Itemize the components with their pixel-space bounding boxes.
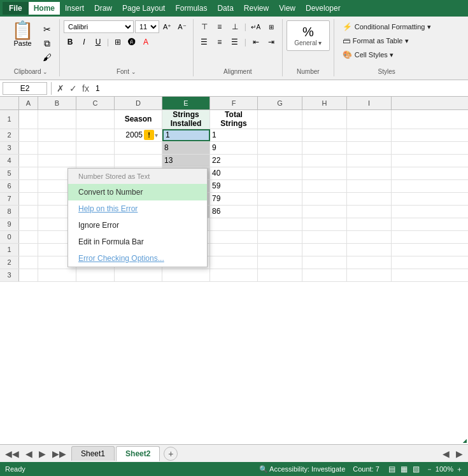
indent-decrease-btn[interactable]: ⇤ — [249, 36, 263, 48]
cell-f13[interactable] — [210, 269, 258, 281]
align-bottom-btn[interactable]: ⊥ — [228, 20, 242, 33]
row-header-11[interactable]: 1 — [0, 244, 19, 256]
row-header-4[interactable]: 4 — [0, 155, 19, 167]
merge-btn[interactable]: ⊞ — [264, 20, 278, 33]
cell-h7[interactable] — [302, 193, 347, 205]
number-format-box[interactable]: % General ▾ — [287, 20, 330, 51]
cell-e2[interactable]: 1 — [162, 129, 210, 141]
cell-b13[interactable] — [38, 269, 76, 281]
cell-h5[interactable] — [302, 167, 347, 179]
bold-button[interactable]: B — [64, 36, 76, 48]
row-header-7[interactable]: 7 — [0, 193, 19, 205]
cell-a4[interactable] — [19, 155, 38, 167]
cell-h2[interactable] — [302, 129, 347, 141]
border-button[interactable]: ⊞ — [111, 36, 124, 48]
menu-home[interactable]: Home — [29, 2, 60, 15]
row-header-13[interactable]: 3 — [0, 269, 19, 281]
cell-f5[interactable]: 40 — [210, 167, 258, 179]
row-header-8[interactable]: 8 — [0, 206, 19, 218]
col-header-i[interactable]: I — [347, 97, 392, 109]
cell-h9[interactable] — [302, 218, 347, 230]
menu-draw[interactable]: Draw — [89, 2, 117, 15]
cell-styles-button[interactable]: 🎨 Cell Styles ▾ — [338, 48, 436, 61]
underline-button[interactable]: U — [92, 36, 104, 48]
cell-d13[interactable] — [115, 269, 162, 281]
context-menu-options[interactable]: Error Checking Options... — [68, 250, 207, 267]
cell-d3[interactable] — [115, 142, 162, 154]
cell-h13[interactable] — [302, 269, 347, 281]
dropdown-arrow[interactable]: ▾ — [155, 132, 158, 139]
fill-color-button[interactable]: 🅐 — [125, 36, 138, 48]
cell-g1[interactable] — [258, 110, 302, 129]
align-center-btn[interactable]: ≡ — [213, 36, 227, 48]
cell-a7[interactable] — [19, 193, 38, 205]
decrease-font-btn[interactable]: A⁻ — [175, 20, 188, 33]
nav-prev-sheet[interactable]: ◀ — [23, 449, 35, 459]
cell-e3[interactable]: 8 — [162, 142, 210, 154]
indent-increase-btn[interactable]: ⇥ — [264, 36, 278, 48]
cell-b1[interactable] — [38, 110, 76, 129]
format-as-table-button[interactable]: 🗃 Format as Table ▾ — [338, 34, 436, 47]
cell-f6[interactable]: 59 — [210, 180, 258, 192]
cell-i8[interactable] — [347, 206, 392, 218]
col-header-b[interactable]: B — [38, 97, 76, 109]
cell-d4[interactable] — [115, 155, 162, 167]
cell-g5[interactable] — [258, 167, 302, 179]
cell-d2[interactable]: 2005 ! ▾ — [115, 129, 162, 141]
cell-i5[interactable] — [347, 167, 392, 179]
context-menu-edit[interactable]: Edit in Formula Bar — [68, 234, 207, 250]
cell-d1[interactable]: Season — [115, 110, 162, 129]
cell-h8[interactable] — [302, 206, 347, 218]
menu-page-layout[interactable]: Page Layout — [117, 2, 170, 15]
scroll-left-btn[interactable]: ◀ — [440, 449, 452, 459]
cell-g6[interactable] — [258, 180, 302, 192]
cell-f1[interactable]: Total Strings — [210, 110, 258, 129]
row-header-1[interactable]: 1 — [0, 110, 19, 129]
zoom-out-btn[interactable]: － — [426, 465, 433, 474]
font-family-select[interactable]: Calibri — [64, 20, 134, 33]
font-size-select[interactable]: 11 — [135, 20, 159, 33]
cell-g13[interactable] — [258, 269, 302, 281]
col-header-f[interactable]: F — [210, 97, 258, 109]
sheet-tab-1[interactable]: Sheet1 — [71, 446, 115, 461]
normal-view-btn[interactable]: ▤ — [387, 465, 397, 473]
cell-i11[interactable] — [347, 244, 392, 256]
cell-i13[interactable] — [347, 269, 392, 281]
context-menu-ignore[interactable]: Ignore Error — [68, 217, 207, 234]
menu-view[interactable]: View — [274, 2, 301, 15]
cell-b2[interactable] — [38, 129, 76, 141]
confirm-formula-btn[interactable]: ✓ — [68, 83, 78, 94]
cell-c3[interactable] — [76, 142, 115, 154]
nav-last-sheet[interactable]: ▶▶ — [50, 449, 69, 459]
col-header-d[interactable]: D — [115, 97, 162, 109]
align-top-btn[interactable]: ⊤ — [197, 20, 211, 33]
zoom-in-btn[interactable]: ＋ — [456, 465, 463, 474]
row-header-5[interactable]: 5 — [0, 167, 19, 179]
row-header-6[interactable]: 6 — [0, 180, 19, 192]
cell-i3[interactable] — [347, 142, 392, 154]
cell-f3[interactable]: 9 — [210, 142, 258, 154]
cell-c1[interactable] — [76, 110, 115, 129]
formula-input[interactable] — [93, 82, 465, 95]
cell-i2[interactable] — [347, 129, 392, 141]
copy-button[interactable]: ⧉ — [40, 37, 54, 50]
cell-g4[interactable] — [258, 155, 302, 167]
align-right-btn[interactable]: ☰ — [228, 36, 242, 48]
cell-a6[interactable] — [19, 180, 38, 192]
cell-f2[interactable]: 1 — [210, 129, 258, 141]
wrap-text-btn[interactable]: ↵A — [249, 20, 263, 33]
row-header-12[interactable]: 2 — [0, 256, 19, 269]
conditional-formatting-button[interactable]: ⚡ Conditional Formatting ▾ — [338, 20, 436, 33]
italic-button[interactable]: I — [78, 36, 90, 48]
align-left-btn[interactable]: ☰ — [197, 36, 211, 48]
cell-a13[interactable] — [19, 269, 38, 281]
cell-e13[interactable] — [162, 269, 210, 281]
cell-h1[interactable] — [302, 110, 347, 129]
cell-f9[interactable] — [210, 218, 258, 230]
page-break-btn[interactable]: ▧ — [411, 465, 421, 473]
row-header-3[interactable]: 3 — [0, 142, 19, 154]
cut-button[interactable]: ✂ — [40, 23, 54, 36]
nav-first-sheet[interactable]: ◀◀ — [3, 449, 22, 459]
cell-f7[interactable]: 79 — [210, 193, 258, 205]
cell-i6[interactable] — [347, 180, 392, 192]
